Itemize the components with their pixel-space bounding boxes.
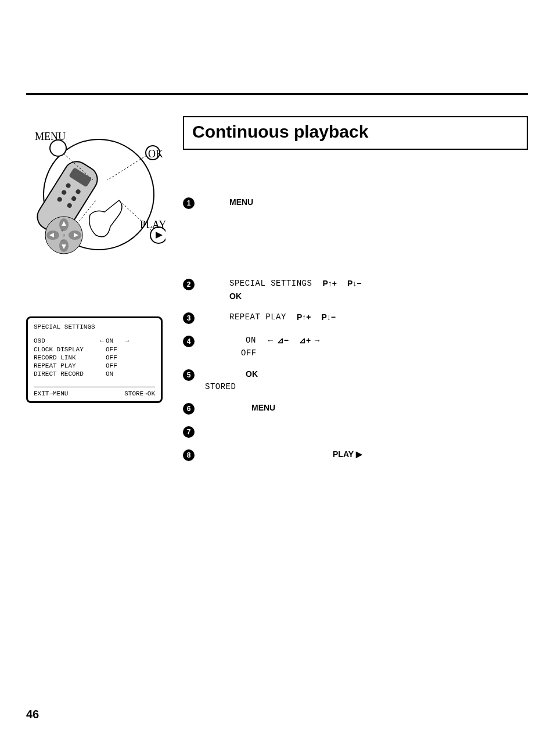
remote-label-play: PLAY bbox=[140, 219, 166, 231]
step-bullet: 7 bbox=[183, 426, 195, 438]
osd-key: CLOCK DISPLAY bbox=[34, 345, 98, 354]
remote-svg: P + - bbox=[32, 125, 166, 258]
osd-rows: OSD←ON→CLOCK DISPLAYOFFRECORD LINKOFFREP… bbox=[34, 337, 155, 378]
step-4-on: ON bbox=[246, 336, 256, 345]
osd-value: OFF bbox=[106, 345, 123, 354]
section-title: Continuous playback bbox=[192, 122, 519, 142]
osd-arrow-left bbox=[98, 345, 106, 354]
step-5-ok: OK bbox=[246, 369, 258, 379]
step-1: 1 MENU bbox=[183, 197, 528, 209]
svg-text:+: + bbox=[61, 229, 63, 233]
step-4: 4 ON ← ⊿− ⊿+ → OFF bbox=[183, 336, 528, 358]
osd-title: SPECIAL SETTINGS bbox=[34, 323, 155, 331]
remote-label-ok: OK bbox=[148, 148, 163, 160]
step-bullet: 3 bbox=[183, 312, 195, 324]
osd-arrow-right bbox=[123, 370, 131, 378]
top-rule bbox=[26, 93, 528, 95]
osd-key: OSD bbox=[34, 337, 98, 345]
step-3: 3 REPEAT PLAY P↑+ P↓− bbox=[183, 312, 528, 324]
osd-value: OFF bbox=[106, 362, 123, 370]
step-bullet: 8 bbox=[183, 449, 195, 461]
step-1-menu: MENU bbox=[229, 197, 253, 207]
osd-value: ON bbox=[106, 337, 123, 345]
step-3-down: P↓− bbox=[321, 312, 336, 322]
osd-arrow-right bbox=[123, 362, 131, 370]
osd-exit: EXIT→MENU bbox=[34, 390, 68, 398]
step-2-down: P↓− bbox=[347, 279, 362, 288]
osd-store: STORE→OK bbox=[124, 390, 155, 398]
step-5-stored: STORED bbox=[205, 382, 236, 391]
step-bullet: 4 bbox=[183, 336, 195, 347]
osd-arrow-left bbox=[98, 354, 106, 362]
osd-key: RECORD LINK bbox=[34, 354, 98, 362]
osd-arrow-right: → bbox=[123, 337, 131, 345]
osd-row: REPEAT PLAYOFF bbox=[34, 362, 155, 370]
osd-key: REPEAT PLAY bbox=[34, 362, 98, 370]
osd-arrow-right bbox=[123, 345, 131, 354]
step-4-left: ← ⊿− bbox=[267, 336, 289, 345]
step-bullet: 6 bbox=[183, 403, 195, 415]
osd-arrow-right bbox=[123, 354, 131, 362]
section-title-box: Continuous playback bbox=[183, 116, 528, 150]
step-2-up: P↑+ bbox=[322, 279, 337, 288]
osd-arrow-left: ← bbox=[98, 337, 106, 345]
osd-divider bbox=[34, 387, 155, 387]
step-2: 2 SPECIAL SETTINGS P↑+ P↓− OK bbox=[183, 279, 528, 301]
osd-screen: SPECIAL SETTINGS OSD←ON→CLOCK DISPLAYOFF… bbox=[26, 316, 163, 403]
osd-value: OFF bbox=[106, 354, 123, 362]
osd-value: ON bbox=[106, 370, 123, 378]
svg-text:P: P bbox=[63, 234, 65, 237]
step-8-play: PLAY ▶ bbox=[333, 449, 362, 459]
osd-row: DIRECT RECORDON bbox=[34, 370, 155, 378]
step-bullet: 5 bbox=[183, 369, 195, 381]
page-number: 46 bbox=[26, 708, 39, 721]
osd-arrow-left bbox=[98, 370, 106, 378]
step-4-off: OFF bbox=[241, 348, 257, 358]
step-8: 8 PLAY ▶ bbox=[183, 449, 528, 461]
osd-row: RECORD LINKOFF bbox=[34, 354, 155, 362]
step-2-ok: OK bbox=[229, 291, 242, 301]
remote-label-menu: MENU bbox=[35, 131, 66, 143]
step-3-up: P↑+ bbox=[297, 312, 311, 322]
step-6: 6 MENU bbox=[183, 403, 528, 415]
step-bullet: 1 bbox=[183, 197, 195, 209]
step-3-setting: REPEAT PLAY bbox=[229, 312, 286, 322]
step-6-menu: MENU bbox=[251, 403, 275, 412]
osd-key: DIRECT RECORD bbox=[34, 370, 98, 378]
osd-row: OSD←ON→ bbox=[34, 337, 155, 345]
step-7: 7 bbox=[183, 426, 528, 438]
step-5: 5 OK STORED bbox=[183, 369, 528, 391]
osd-row: CLOCK DISPLAYOFF bbox=[34, 345, 155, 354]
step-bullet: 2 bbox=[183, 279, 195, 290]
step-4-right: ⊿+ → bbox=[299, 336, 321, 345]
step-2-setting: SPECIAL SETTINGS bbox=[229, 279, 312, 288]
step-list: 1 MENU 2 SPECIAL SETTINGS P↑+ P↓− OK 3 R… bbox=[183, 197, 528, 473]
remote-diagram: P + - MENU OK PLAY bbox=[32, 125, 166, 258]
osd-arrow-left bbox=[98, 362, 106, 370]
